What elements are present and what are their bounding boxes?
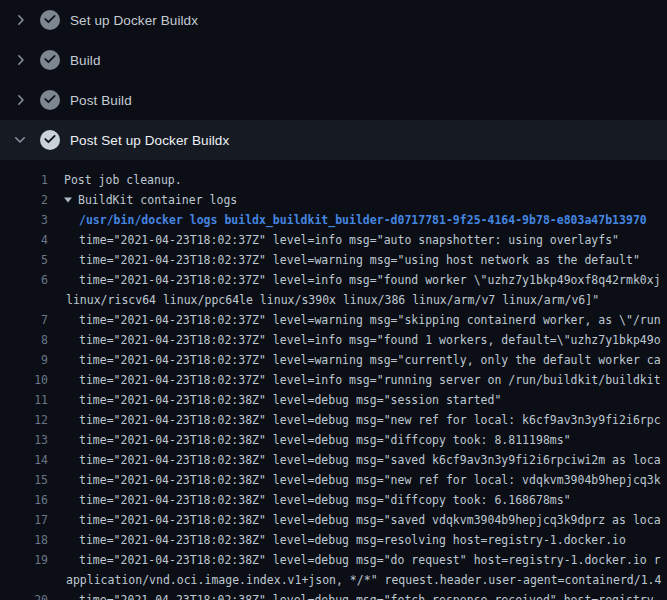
log-line: 17time="2021-04-23T18:02:38Z" level=debu… [0, 510, 667, 530]
line-number[interactable]: 5 [0, 250, 48, 270]
log-line: 19time="2021-04-23T18:02:38Z" level=debu… [0, 550, 667, 570]
step-row-set-up-docker-buildx[interactable]: Set up Docker Buildx [0, 0, 667, 40]
step-row-post-set-up-docker-buildx[interactable]: Post Set up Docker Buildx [0, 120, 667, 160]
log-line: 12time="2021-04-23T18:02:38Z" level=debu… [0, 410, 667, 430]
step-row-build[interactable]: Build [0, 40, 667, 80]
line-number[interactable]: 2 [0, 190, 48, 210]
log-line-text: time="2021-04-23T18:02:38Z" level=debug … [48, 450, 661, 470]
log-line: 5time="2021-04-23T18:02:37Z" level=warni… [0, 250, 667, 270]
line-number[interactable]: 17 [0, 510, 48, 530]
line-number[interactable]: 7 [0, 310, 48, 330]
log-line: 10time="2021-04-23T18:02:37Z" level=info… [0, 370, 667, 390]
log-line: 2BuildKit container logs [0, 190, 667, 210]
log-line: 18time="2021-04-23T18:02:38Z" level=debu… [0, 530, 667, 550]
line-number[interactable]: 3 [0, 210, 48, 230]
log-line-text: time="2021-04-23T18:02:38Z" level=debug … [48, 390, 501, 410]
line-number[interactable]: 8 [0, 330, 48, 350]
log-line: 8time="2021-04-23T18:02:37Z" level=info … [0, 330, 667, 350]
log-line-text: application/vnd.oci.image.index.v1+json,… [48, 570, 661, 590]
log-viewer: 1Post job cleanup.2BuildKit container lo… [0, 160, 667, 600]
log-line-text: time="2021-04-23T18:02:38Z" level=debug … [48, 550, 661, 570]
line-number[interactable]: 19 [0, 550, 48, 570]
line-number[interactable]: 4 [0, 230, 48, 250]
line-number[interactable]: 14 [0, 450, 48, 470]
check-circle-icon [40, 50, 60, 70]
line-number[interactable]: 11 [0, 390, 48, 410]
log-line: 15time="2021-04-23T18:02:38Z" level=debu… [0, 470, 667, 490]
log-line: 20time="2021-04-23T18:02:38Z" level=debu… [0, 590, 667, 600]
line-number[interactable]: 1 [0, 170, 48, 190]
log-line-text: time="2021-04-23T18:02:37Z" level=warnin… [48, 350, 661, 370]
log-line-continuation: linux/riscv64 linux/ppc64le linux/s390x … [0, 290, 667, 310]
log-line-text: time="2021-04-23T18:02:38Z" level=debug … [48, 510, 661, 530]
line-number[interactable]: 15 [0, 470, 48, 490]
log-line-text: time="2021-04-23T18:02:38Z" level=debug … [48, 590, 661, 600]
log-line: 6time="2021-04-23T18:02:37Z" level=info … [0, 270, 667, 290]
log-line-text: time="2021-04-23T18:02:37Z" level=info m… [48, 270, 661, 290]
line-number[interactable]: 12 [0, 410, 48, 430]
log-line-text: time="2021-04-23T18:02:38Z" level=debug … [48, 470, 661, 490]
step-row-post-build[interactable]: Post Build [0, 80, 667, 120]
log-line: 13time="2021-04-23T18:02:38Z" level=debu… [0, 430, 667, 450]
line-number[interactable]: 10 [0, 370, 48, 390]
log-line-text: time="2021-04-23T18:02:37Z" level=warnin… [48, 250, 640, 270]
chevron-down-icon[interactable] [12, 132, 28, 148]
line-number[interactable]: 6 [0, 270, 48, 290]
log-line-text: time="2021-04-23T18:02:38Z" level=debug … [48, 430, 571, 450]
log-line-text: time="2021-04-23T18:02:37Z" level=warnin… [48, 310, 661, 330]
log-command-text: /usr/bin/docker logs buildx_buildkit_bui… [48, 210, 647, 230]
log-line-text: time="2021-04-23T18:02:38Z" level=debug … [48, 530, 626, 550]
line-number[interactable]: 18 [0, 530, 48, 550]
log-line-text: time="2021-04-23T18:02:37Z" level=info m… [48, 230, 619, 250]
log-line-text: linux/riscv64 linux/ppc64le linux/s390x … [48, 290, 599, 310]
steps-list: Set up Docker BuildxBuildPost BuildPost … [0, 0, 667, 160]
log-line: 7time="2021-04-23T18:02:37Z" level=warni… [0, 310, 667, 330]
check-circle-icon [40, 90, 60, 110]
line-number-empty [0, 290, 48, 310]
step-label: Build [70, 53, 101, 68]
check-circle-icon [40, 130, 60, 150]
log-line: 16time="2021-04-23T18:02:38Z" level=debu… [0, 490, 667, 510]
chevron-right-icon[interactable] [12, 92, 28, 108]
line-number-empty [0, 570, 48, 590]
log-line: 14time="2021-04-23T18:02:38Z" level=debu… [0, 450, 667, 470]
line-number[interactable]: 13 [0, 430, 48, 450]
check-circle-icon [40, 10, 60, 30]
log-line-text: time="2021-04-23T18:02:38Z" level=debug … [48, 490, 571, 510]
triangle-down-icon[interactable] [48, 190, 72, 210]
line-number[interactable]: 9 [0, 350, 48, 370]
log-line: 3/usr/bin/docker logs buildx_buildkit_bu… [0, 210, 667, 230]
log-line-continuation: application/vnd.oci.image.index.v1+json,… [0, 570, 667, 590]
step-label: Set up Docker Buildx [70, 13, 198, 28]
log-line: 4time="2021-04-23T18:02:37Z" level=info … [0, 230, 667, 250]
chevron-right-icon[interactable] [12, 12, 28, 28]
step-label: Post Set up Docker Buildx [70, 133, 229, 148]
log-line: 9time="2021-04-23T18:02:37Z" level=warni… [0, 350, 667, 370]
chevron-right-icon[interactable] [12, 52, 28, 68]
log-group-title[interactable]: BuildKit container logs [78, 190, 237, 210]
log-line: 1Post job cleanup. [0, 170, 667, 190]
log-line-text: time="2021-04-23T18:02:37Z" level=info m… [48, 370, 661, 390]
line-number[interactable]: 16 [0, 490, 48, 510]
line-number[interactable]: 20 [0, 590, 48, 600]
log-line-text: time="2021-04-23T18:02:38Z" level=debug … [48, 410, 661, 430]
log-line-text: time="2021-04-23T18:02:37Z" level=info m… [48, 330, 661, 350]
step-label: Post Build [70, 93, 132, 108]
log-line: 11time="2021-04-23T18:02:38Z" level=debu… [0, 390, 667, 410]
log-line-text: Post job cleanup. [48, 170, 182, 190]
